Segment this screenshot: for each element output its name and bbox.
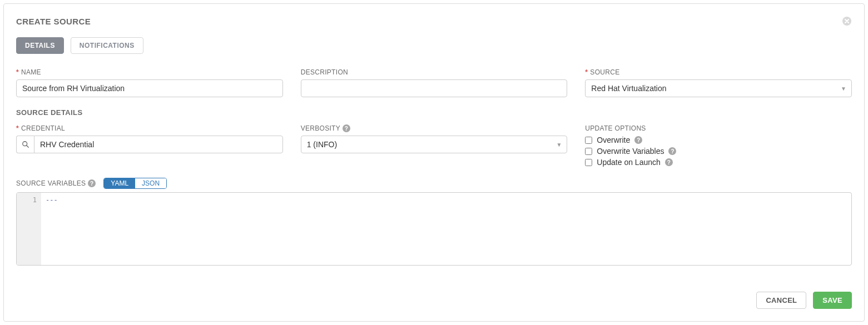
overwrite-vars-checkbox[interactable] <box>585 148 592 155</box>
row-basic: * NAME DESCRIPTION * SOURCE Red Hat Virt… <box>16 68 852 97</box>
svg-line-2 <box>26 146 28 148</box>
update-on-launch-label: Update on Launch <box>597 158 660 167</box>
verbosity-label: VERBOSITY ? <box>301 124 568 132</box>
source-variables-label: SOURCE VARIABLES ? <box>16 179 96 187</box>
panel-title: CREATE SOURCE <box>16 17 91 26</box>
update-options-label-text: UPDATE OPTIONS <box>585 124 646 132</box>
source-variables-label-text: SOURCE VARIABLES <box>16 179 86 187</box>
overwrite-vars-label: Overwrite Variables <box>597 147 664 156</box>
cancel-button[interactable]: CANCEL <box>756 292 806 309</box>
field-verbosity: VERBOSITY ? 1 (INFO) ▼ <box>301 124 568 167</box>
toggle-yaml[interactable]: YAML <box>104 178 135 188</box>
source-variables-editor: 1 --- <box>16 192 852 266</box>
line-number: 1 <box>33 196 37 204</box>
toggle-json[interactable]: JSON <box>135 178 166 188</box>
source-label-text: SOURCE <box>590 68 619 76</box>
source-select-value: Red Hat Virtualization <box>591 84 666 93</box>
required-star: * <box>585 68 588 76</box>
description-label: DESCRIPTION <box>301 68 568 76</box>
credential-label-text: CREDENTIAL <box>21 124 65 132</box>
credential-lookup-button[interactable] <box>16 136 34 153</box>
help-icon[interactable]: ? <box>634 136 642 144</box>
yaml-json-toggle: YAML JSON <box>103 178 167 189</box>
tab-bar: DETAILS NOTIFICATIONS <box>16 37 852 54</box>
source-select[interactable]: Red Hat Virtualization <box>585 79 852 97</box>
verbosity-select[interactable]: 1 (INFO) <box>301 136 568 153</box>
required-star: * <box>16 68 19 76</box>
credential-input[interactable] <box>34 136 283 153</box>
editor-gutter: 1 <box>17 193 41 265</box>
description-input[interactable] <box>301 79 568 97</box>
field-update-options: UPDATE OPTIONS Overwrite ? Overwrite Var… <box>585 124 852 167</box>
help-icon[interactable]: ? <box>343 124 350 132</box>
field-name: * NAME <box>16 68 283 97</box>
search-icon <box>22 141 29 148</box>
tab-details[interactable]: DETAILS <box>16 37 64 54</box>
option-update-on-launch[interactable]: Update on Launch ? <box>585 158 852 167</box>
source-details-title: SOURCE DETAILS <box>16 108 852 117</box>
create-source-panel: CREATE SOURCE DETAILS NOTIFICATIONS * NA… <box>3 3 865 322</box>
credential-label: * CREDENTIAL <box>16 124 283 132</box>
field-source: * SOURCE Red Hat Virtualization ▼ <box>585 68 852 97</box>
overwrite-checkbox[interactable] <box>585 137 592 144</box>
description-label-text: DESCRIPTION <box>301 68 348 76</box>
source-label: * SOURCE <box>585 68 852 76</box>
footer-actions: CANCEL SAVE <box>756 292 852 309</box>
update-options-label: UPDATE OPTIONS <box>585 124 852 132</box>
source-variables-section: SOURCE VARIABLES ? YAML JSON 1 --- <box>16 178 852 266</box>
field-description: DESCRIPTION <box>301 68 568 97</box>
save-button[interactable]: SAVE <box>813 292 852 309</box>
required-star: * <box>16 124 19 132</box>
help-icon[interactable]: ? <box>665 158 673 166</box>
update-on-launch-checkbox[interactable] <box>585 159 592 166</box>
source-variables-code[interactable]: --- <box>41 193 851 265</box>
tab-notifications[interactable]: NOTIFICATIONS <box>71 37 143 54</box>
field-credential: * CREDENTIAL <box>16 124 283 167</box>
name-label: * NAME <box>16 68 283 76</box>
panel-header: CREATE SOURCE <box>16 16 852 26</box>
name-label-text: NAME <box>21 68 41 76</box>
verbosity-label-text: VERBOSITY <box>301 124 340 132</box>
source-variables-header: SOURCE VARIABLES ? YAML JSON <box>16 178 852 189</box>
help-icon[interactable]: ? <box>88 179 96 187</box>
close-icon[interactable] <box>842 16 852 26</box>
name-input[interactable] <box>16 79 283 97</box>
verbosity-select-value: 1 (INFO) <box>307 140 337 149</box>
option-overwrite[interactable]: Overwrite ? <box>585 136 852 144</box>
update-options-list: Overwrite ? Overwrite Variables ? Update… <box>585 136 852 167</box>
overwrite-label: Overwrite <box>597 136 630 144</box>
row-source-details: * CREDENTIAL VERBOSITY ? 1 (INFO) ▼ <box>16 124 852 167</box>
option-overwrite-vars[interactable]: Overwrite Variables ? <box>585 147 852 156</box>
help-icon[interactable]: ? <box>668 147 676 155</box>
